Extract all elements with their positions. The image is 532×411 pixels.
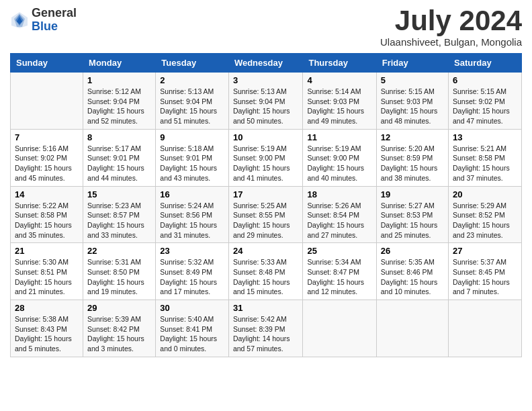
title-block: July 2024 Ulaanshiveet, Bulgan, Mongolia [380, 7, 522, 48]
day-info: Sunrise: 5:37 AMSunset: 8:45 PMDaylight:… [453, 257, 517, 297]
calendar-week-row: 7Sunrise: 5:16 AMSunset: 9:02 PMDaylight… [11, 129, 522, 186]
weekday-header-cell: Sunday [11, 54, 83, 73]
day-info: Sunrise: 5:15 AMSunset: 9:03 PMDaylight:… [381, 87, 444, 126]
day-number: 23 [160, 246, 224, 256]
day-info: Sunrise: 5:38 AMSunset: 8:43 PMDaylight:… [15, 314, 79, 354]
day-number: 13 [453, 132, 517, 142]
day-number: 26 [381, 246, 444, 256]
weekday-header-cell: Tuesday [156, 54, 229, 73]
calendar-day-cell: 1Sunrise: 5:12 AMSunset: 9:04 PMDaylight… [83, 73, 156, 130]
weekday-header-cell: Wednesday [228, 54, 303, 73]
calendar-day-cell: 25Sunrise: 5:34 AMSunset: 8:47 PMDayligh… [303, 243, 376, 300]
day-info: Sunrise: 5:21 AMSunset: 8:58 PMDaylight:… [453, 144, 517, 183]
weekday-header-cell: Friday [376, 54, 448, 73]
day-number: 1 [87, 75, 151, 85]
calendar-day-cell: 5Sunrise: 5:15 AMSunset: 9:03 PMDaylight… [376, 73, 448, 130]
calendar-day-cell: 3Sunrise: 5:13 AMSunset: 9:04 PMDaylight… [228, 73, 303, 130]
calendar-day-cell: 2Sunrise: 5:13 AMSunset: 9:04 PMDaylight… [156, 73, 229, 130]
logo-blue-text: Blue [32, 20, 77, 34]
page-header: General Blue July 2024 Ulaanshiveet, Bul… [10, 7, 522, 48]
day-number: 12 [381, 132, 444, 142]
day-info: Sunrise: 5:18 AMSunset: 9:01 PMDaylight:… [160, 144, 224, 183]
weekday-header-cell: Monday [83, 54, 156, 73]
day-number: 30 [160, 303, 224, 313]
day-info: Sunrise: 5:22 AMSunset: 8:58 PMDaylight:… [15, 201, 79, 240]
calendar-day-cell: 19Sunrise: 5:27 AMSunset: 8:53 PMDayligh… [376, 186, 448, 243]
day-info: Sunrise: 5:30 AMSunset: 8:51 PMDaylight:… [15, 257, 79, 297]
day-number: 21 [15, 246, 79, 256]
calendar-day-cell: 30Sunrise: 5:40 AMSunset: 8:41 PMDayligh… [156, 300, 229, 357]
day-number: 19 [381, 189, 444, 199]
day-info: Sunrise: 5:24 AMSunset: 8:56 PMDaylight:… [160, 201, 224, 240]
day-number: 4 [307, 75, 371, 85]
day-number: 31 [233, 303, 299, 313]
day-info: Sunrise: 5:25 AMSunset: 8:55 PMDaylight:… [233, 201, 299, 240]
day-number: 6 [453, 75, 517, 85]
day-info: Sunrise: 5:17 AMSunset: 9:01 PMDaylight:… [87, 144, 151, 183]
month-title: July 2024 [380, 7, 522, 35]
calendar-day-cell [11, 73, 83, 130]
day-info: Sunrise: 5:23 AMSunset: 8:57 PMDaylight:… [87, 201, 151, 240]
calendar-day-cell: 12Sunrise: 5:20 AMSunset: 8:59 PMDayligh… [376, 129, 448, 186]
day-info: Sunrise: 5:34 AMSunset: 8:47 PMDaylight:… [307, 257, 371, 297]
day-number: 14 [15, 189, 79, 199]
calendar-day-cell: 21Sunrise: 5:30 AMSunset: 8:51 PMDayligh… [11, 243, 83, 300]
calendar-day-cell: 20Sunrise: 5:29 AMSunset: 8:52 PMDayligh… [449, 186, 522, 243]
calendar-body: 1Sunrise: 5:12 AMSunset: 9:04 PMDaylight… [11, 73, 522, 357]
calendar-day-cell: 6Sunrise: 5:15 AMSunset: 9:02 PMDaylight… [449, 73, 522, 130]
calendar-day-cell: 27Sunrise: 5:37 AMSunset: 8:45 PMDayligh… [449, 243, 522, 300]
calendar-week-row: 1Sunrise: 5:12 AMSunset: 9:04 PMDaylight… [11, 73, 522, 130]
day-number: 2 [160, 75, 224, 85]
calendar-day-cell [449, 300, 522, 357]
day-number: 9 [160, 132, 224, 142]
calendar-day-cell [376, 300, 448, 357]
calendar-day-cell: 4Sunrise: 5:14 AMSunset: 9:03 PMDaylight… [303, 73, 376, 130]
day-info: Sunrise: 5:13 AMSunset: 9:04 PMDaylight:… [160, 87, 224, 126]
logo-icon [10, 11, 29, 30]
calendar-day-cell: 10Sunrise: 5:19 AMSunset: 9:00 PMDayligh… [228, 129, 303, 186]
day-number: 15 [87, 189, 151, 199]
day-info: Sunrise: 5:20 AMSunset: 8:59 PMDaylight:… [381, 144, 444, 183]
weekday-header-cell: Thursday [303, 54, 376, 73]
day-number: 25 [307, 246, 371, 256]
day-info: Sunrise: 5:39 AMSunset: 8:42 PMDaylight:… [87, 314, 151, 354]
calendar-day-cell: 17Sunrise: 5:25 AMSunset: 8:55 PMDayligh… [228, 186, 303, 243]
day-info: Sunrise: 5:29 AMSunset: 8:52 PMDaylight:… [453, 201, 517, 240]
calendar-day-cell: 26Sunrise: 5:35 AMSunset: 8:46 PMDayligh… [376, 243, 448, 300]
calendar-week-row: 14Sunrise: 5:22 AMSunset: 8:58 PMDayligh… [11, 186, 522, 243]
calendar-day-cell: 31Sunrise: 5:42 AMSunset: 8:39 PMDayligh… [228, 300, 303, 357]
weekday-header-row: SundayMondayTuesdayWednesdayThursdayFrid… [11, 54, 522, 73]
calendar-day-cell: 7Sunrise: 5:16 AMSunset: 9:02 PMDaylight… [11, 129, 83, 186]
day-info: Sunrise: 5:32 AMSunset: 8:49 PMDaylight:… [160, 257, 224, 297]
day-info: Sunrise: 5:19 AMSunset: 9:00 PMDaylight:… [307, 144, 371, 183]
day-info: Sunrise: 5:40 AMSunset: 8:41 PMDaylight:… [160, 314, 224, 354]
calendar-day-cell: 28Sunrise: 5:38 AMSunset: 8:43 PMDayligh… [11, 300, 83, 357]
day-number: 5 [381, 75, 444, 85]
calendar-day-cell: 8Sunrise: 5:17 AMSunset: 9:01 PMDaylight… [83, 129, 156, 186]
calendar-week-row: 28Sunrise: 5:38 AMSunset: 8:43 PMDayligh… [11, 300, 522, 357]
calendar-day-cell: 13Sunrise: 5:21 AMSunset: 8:58 PMDayligh… [449, 129, 522, 186]
day-number: 16 [160, 189, 224, 199]
day-number: 8 [87, 132, 151, 142]
day-number: 27 [453, 246, 517, 256]
calendar-day-cell: 14Sunrise: 5:22 AMSunset: 8:58 PMDayligh… [11, 186, 83, 243]
calendar-week-row: 21Sunrise: 5:30 AMSunset: 8:51 PMDayligh… [11, 243, 522, 300]
day-number: 7 [15, 132, 79, 142]
logo-general-text: General [32, 7, 77, 20]
day-number: 10 [233, 132, 299, 142]
day-number: 11 [307, 132, 371, 142]
calendar-day-cell: 22Sunrise: 5:31 AMSunset: 8:50 PMDayligh… [83, 243, 156, 300]
day-info: Sunrise: 5:27 AMSunset: 8:53 PMDaylight:… [381, 201, 444, 240]
day-number: 22 [87, 246, 151, 256]
calendar-day-cell [303, 300, 376, 357]
calendar-day-cell: 24Sunrise: 5:33 AMSunset: 8:48 PMDayligh… [228, 243, 303, 300]
day-info: Sunrise: 5:16 AMSunset: 9:02 PMDaylight:… [15, 144, 79, 183]
day-info: Sunrise: 5:14 AMSunset: 9:03 PMDaylight:… [307, 87, 371, 126]
calendar-day-cell: 29Sunrise: 5:39 AMSunset: 8:42 PMDayligh… [83, 300, 156, 357]
day-info: Sunrise: 5:13 AMSunset: 9:04 PMDaylight:… [233, 87, 299, 126]
day-info: Sunrise: 5:26 AMSunset: 8:54 PMDaylight:… [307, 201, 371, 240]
calendar-day-cell: 23Sunrise: 5:32 AMSunset: 8:49 PMDayligh… [156, 243, 229, 300]
day-number: 28 [15, 303, 79, 313]
day-info: Sunrise: 5:42 AMSunset: 8:39 PMDaylight:… [233, 314, 299, 354]
location-subtitle: Ulaanshiveet, Bulgan, Mongolia [380, 36, 522, 48]
